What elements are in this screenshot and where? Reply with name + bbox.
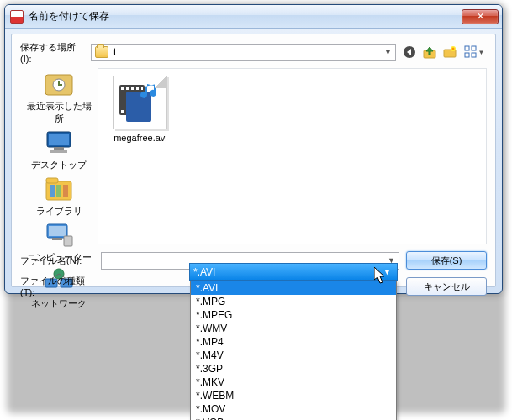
filetype-dropdown-list[interactable]: *.AVI *.MPG *.MPEG *.WMV *.MP4 *.M4V *.3… (190, 281, 397, 420)
filetype-option[interactable]: *.MKV (191, 375, 396, 389)
svg-rect-17 (50, 185, 55, 197)
svg-rect-14 (50, 150, 67, 153)
titlebar[interactable]: 名前を付けて保存 ✕ (5, 5, 502, 29)
view-mode-icon (464, 45, 478, 59)
place-libraries[interactable]: ライブラリ (23, 175, 95, 218)
filetype-option[interactable]: *.WMV (191, 322, 396, 335)
filetype-option[interactable]: *.AVI (191, 281, 396, 295)
save-in-label: 保存する場所(I): (20, 41, 86, 64)
svg-rect-18 (56, 185, 61, 197)
new-folder-button[interactable] (441, 44, 458, 60)
view-mode-button[interactable]: ▼ (462, 44, 487, 60)
place-recent[interactable]: 最近表示した場所 (23, 70, 95, 125)
file-list-pane[interactable]: megafree.avi (98, 68, 487, 244)
svg-rect-5 (465, 46, 469, 50)
music-note-icon (140, 81, 160, 102)
nav-toolbar: ▼ (401, 44, 487, 60)
video-file-icon (113, 76, 167, 129)
save-in-value: t (113, 46, 116, 58)
desktop-icon (42, 129, 76, 157)
filetype-option[interactable]: *.WEBM (191, 389, 396, 402)
close-button[interactable]: ✕ (462, 9, 499, 24)
svg-point-4 (452, 48, 455, 50)
place-label: ライブラリ (36, 206, 82, 216)
filetype-option[interactable]: *.MPG (191, 295, 396, 308)
filetype-option[interactable]: *.MP4 (191, 335, 396, 349)
chevron-down-icon: ▼ (381, 264, 393, 280)
filetype-option[interactable]: *.3GP (191, 362, 396, 375)
cancel-button[interactable]: キャンセル (406, 277, 487, 296)
filename-label: ファイル名(N): (20, 255, 94, 267)
filetype-option[interactable]: *.MOV (191, 402, 396, 416)
place-desktop[interactable]: デスクトップ (23, 129, 95, 171)
places-bar: 最近表示した場所 デスクトップ ライブラリ コンピューター ネットワーク (20, 68, 98, 244)
place-label: 最近表示した場所 (27, 101, 92, 123)
back-button[interactable] (401, 44, 418, 60)
main-split: 最近表示した場所 デスクトップ ライブラリ コンピューター ネットワーク (20, 68, 487, 244)
recent-places-icon (42, 70, 76, 98)
filetype-option[interactable]: *.MPEG (191, 308, 396, 322)
folder-icon (95, 46, 108, 58)
filetype-option[interactable]: *.M4V (191, 349, 396, 362)
back-icon (403, 45, 416, 59)
svg-rect-23 (64, 236, 72, 246)
svg-rect-21 (49, 226, 66, 236)
svg-rect-13 (54, 147, 64, 150)
up-one-level-button[interactable] (421, 44, 438, 60)
place-label: ネットワーク (31, 298, 87, 308)
libraries-icon (42, 175, 76, 203)
window-title: 名前を付けて保存 (29, 9, 462, 24)
new-folder-icon (443, 45, 457, 59)
place-label: デスクトップ (31, 160, 87, 170)
svg-rect-19 (63, 185, 68, 197)
svg-rect-22 (52, 238, 62, 240)
svg-rect-6 (472, 46, 476, 50)
filetype-combo[interactable]: *.AVI ▼ (189, 263, 398, 281)
svg-rect-12 (49, 134, 69, 145)
file-name: megafree.avi (113, 133, 167, 143)
filetype-label: ファイルの種類(T): (20, 275, 94, 297)
save-in-row: 保存する場所(I): t ▼ ▼ (20, 41, 487, 63)
filetype-option[interactable]: *.VOB (191, 416, 396, 420)
save-in-combo[interactable]: t ▼ (91, 44, 396, 61)
file-item[interactable]: megafree.avi (105, 76, 176, 143)
save-as-dialog: 名前を付けて保存 ✕ 保存する場所(I): t ▼ (4, 4, 503, 294)
save-button[interactable]: 保存(S) (406, 251, 487, 270)
up-one-level-icon (423, 45, 436, 59)
svg-rect-7 (465, 53, 469, 57)
chevron-down-icon: ▼ (478, 49, 485, 56)
chevron-down-icon: ▼ (384, 48, 392, 56)
app-icon (10, 10, 24, 24)
svg-rect-8 (472, 53, 476, 57)
dialog-body: 保存する場所(I): t ▼ ▼ (11, 34, 496, 287)
svg-rect-16 (46, 178, 58, 183)
computer-icon (42, 221, 76, 249)
filetype-selected: *.AVI (193, 266, 215, 278)
